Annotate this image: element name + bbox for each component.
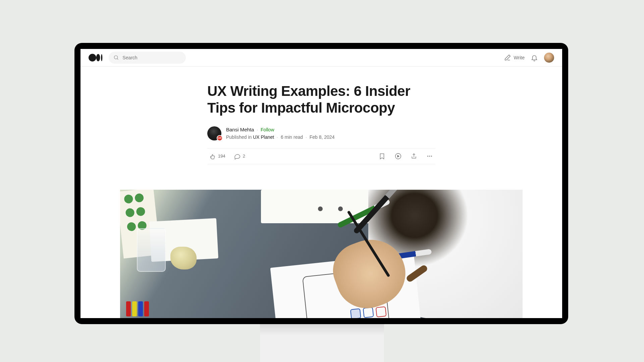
publish-date: Feb 8, 2024 [310, 134, 335, 140]
follow-link[interactable]: Follow [261, 127, 274, 132]
byline-text: Bansi Mehta · Follow Published in UX Pla… [226, 126, 334, 141]
svg-point-8 [431, 156, 432, 157]
clap-button[interactable]: 194 [209, 153, 225, 160]
write-button[interactable]: Write [504, 54, 525, 61]
bookmark-button[interactable] [378, 153, 386, 160]
svg-point-3 [114, 56, 118, 59]
byline: UX Bansi Mehta · Follow Published in UX … [207, 126, 435, 141]
clap-icon [209, 153, 216, 160]
svg-point-1 [96, 54, 100, 61]
more-button[interactable] [426, 153, 433, 160]
bell-icon [531, 54, 538, 61]
search-input[interactable] [122, 55, 181, 60]
more-icon [426, 153, 433, 160]
comment-button[interactable]: 2 [234, 153, 245, 160]
svg-point-6 [427, 156, 428, 157]
play-circle-icon [394, 153, 402, 160]
search-icon [113, 54, 119, 61]
read-time: 6 min read [281, 134, 303, 140]
action-bar: 194 2 [207, 148, 435, 164]
hero-image [120, 190, 523, 318]
svg-point-0 [89, 54, 96, 62]
share-icon [411, 153, 417, 160]
medium-logo[interactable] [89, 54, 103, 62]
article: UX Writing Examples: 6 Insider Tips for … [207, 67, 435, 164]
article-title: UX Writing Examples: 6 Insider Tips for … [207, 83, 435, 116]
header: Write [80, 49, 562, 67]
listen-button[interactable] [394, 153, 402, 160]
write-icon [504, 54, 511, 61]
notifications-button[interactable] [531, 54, 538, 61]
search-box[interactable] [109, 52, 186, 64]
user-avatar[interactable] [544, 53, 554, 63]
author-name[interactable]: Bansi Mehta [226, 127, 254, 132]
publication-badge: UX [217, 135, 223, 141]
svg-point-2 [101, 54, 102, 61]
write-label: Write [514, 55, 525, 60]
svg-point-7 [429, 156, 430, 157]
share-button[interactable] [411, 153, 417, 160]
clap-count: 194 [218, 154, 225, 159]
comment-count: 2 [243, 154, 245, 159]
bookmark-icon [378, 153, 386, 160]
svg-line-4 [117, 59, 118, 60]
comment-icon [234, 153, 241, 160]
monitor-stand [260, 324, 384, 362]
screen: Write UX Writing Examples: 6 Insider Tip… [80, 49, 562, 318]
publication-name[interactable]: UX Planet [253, 134, 274, 140]
medium-logo-icon [89, 54, 103, 62]
monitor-frame: Write UX Writing Examples: 6 Insider Tip… [74, 43, 568, 324]
author-avatar-wrap[interactable]: UX [207, 126, 221, 140]
published-in-label: Published in [226, 134, 252, 140]
